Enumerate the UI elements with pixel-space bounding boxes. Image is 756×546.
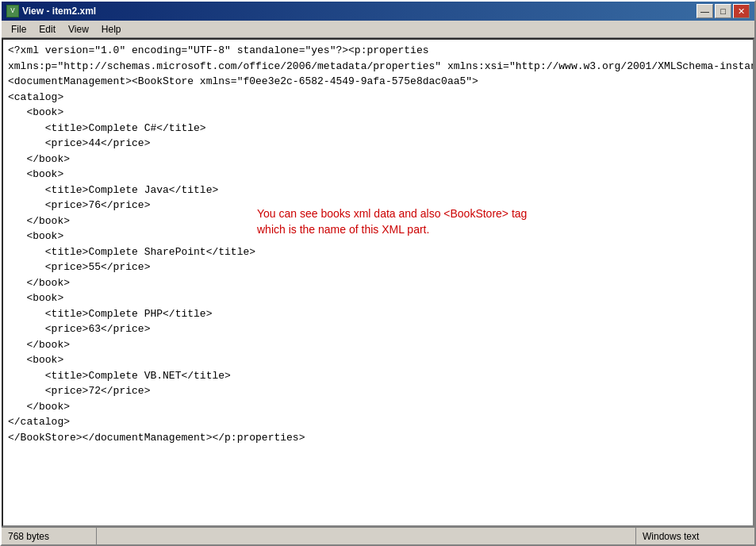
- menu-bar: File Edit View Help: [2, 21, 754, 38]
- xml-display: <?xml version="1.0" encoding="UTF-8" sta…: [8, 43, 748, 445]
- status-bar: 768 bytes Windows text: [2, 527, 754, 544]
- annotation-text: You can see books xml data and also <Boo…: [257, 206, 558, 237]
- title-bar: V View - item2.xml — □ ✕: [2, 2, 754, 21]
- status-encoding: Windows text: [635, 528, 754, 544]
- menu-file[interactable]: File: [5, 22, 33, 37]
- status-size: 768 bytes: [2, 528, 97, 544]
- content-area[interactable]: <?xml version="1.0" encoding="UTF-8" sta…: [2, 38, 754, 527]
- menu-view[interactable]: View: [62, 22, 95, 37]
- title-bar-left: V View - item2.xml: [6, 5, 96, 17]
- close-button[interactable]: ✕: [733, 4, 750, 18]
- menu-edit[interactable]: Edit: [33, 22, 62, 37]
- main-window: V View - item2.xml — □ ✕ File Edit View …: [0, 0, 756, 546]
- menu-help[interactable]: Help: [95, 22, 128, 37]
- window-title: View - item2.xml: [22, 6, 96, 17]
- window-icon: V: [6, 5, 19, 17]
- minimize-button[interactable]: —: [697, 4, 713, 18]
- maximize-button[interactable]: □: [715, 4, 731, 18]
- title-bar-controls: — □ ✕: [697, 4, 750, 18]
